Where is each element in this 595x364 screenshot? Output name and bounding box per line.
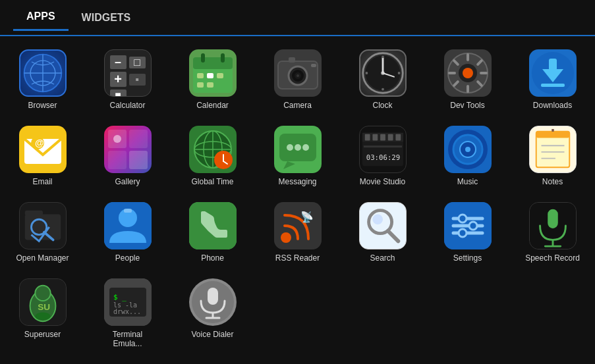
moviestudio-icon: 03:06:29 — [359, 126, 407, 173]
svg-rect-95 — [274, 202, 322, 249]
devtools-label: Dev Tools — [450, 101, 484, 110]
svg-rect-7 — [221, 53, 225, 63]
app-header: APPS WIDGETS — [0, 0, 595, 36]
svg-point-115 — [35, 286, 50, 301]
svg-rect-73 — [395, 134, 401, 141]
terminal-icon: $ _ ls -la drwx... — [104, 278, 152, 326]
app-settings[interactable]: Settings — [425, 195, 510, 272]
svg-point-107 — [459, 229, 467, 237]
svg-rect-9 — [207, 73, 213, 78]
phone-icon — [189, 202, 237, 249]
camera-label: Camera — [283, 101, 312, 110]
svg-rect-93 — [124, 209, 132, 213]
voicedialer-label: Voice Dialer — [191, 330, 233, 339]
svg-rect-11 — [197, 82, 204, 88]
settings-label: Settings — [453, 253, 482, 263]
svg-point-53 — [113, 135, 121, 143]
svg-rect-50 — [129, 130, 148, 148]
app-moviestudio[interactable]: 03:06:29 Movie Studio — [340, 119, 425, 195]
svg-rect-5 — [193, 57, 233, 69]
app-music[interactable]: Music — [425, 119, 510, 195]
calendar-icon — [189, 49, 237, 97]
svg-rect-74 — [363, 145, 401, 147]
app-email[interactable]: @ Email — [0, 119, 85, 195]
app-clock[interactable]: Clock — [340, 43, 425, 119]
svg-rect-71 — [380, 134, 385, 141]
svg-rect-34 — [467, 85, 469, 93]
svg-point-66 — [302, 144, 309, 151]
app-superuser[interactable]: SU Superuser — [0, 272, 85, 357]
app-search[interactable]: Search — [340, 195, 425, 272]
svg-marker-63 — [283, 161, 295, 169]
app-terminal[interactable]: $ _ ls -la drwx... Terminal Emula... — [85, 272, 170, 357]
tab-apps[interactable]: APPS — [13, 4, 69, 31]
svg-point-65 — [295, 144, 301, 151]
terminal-label: Terminal Emula... — [98, 330, 157, 348]
clock-label: Clock — [372, 101, 392, 110]
app-gallery[interactable]: Gallery — [85, 119, 170, 195]
app-globaltime[interactable]: Global Time — [170, 119, 255, 195]
search-icon — [359, 202, 407, 249]
rssreader-label: RSS Reader — [275, 253, 320, 263]
music-label: Music — [457, 177, 478, 186]
svg-rect-70 — [372, 134, 378, 141]
app-messaging[interactable]: Messaging — [255, 119, 340, 195]
notes-icon — [529, 126, 577, 173]
svg-point-96 — [281, 232, 291, 243]
tab-widgets[interactable]: WIDGETS — [69, 5, 144, 30]
svg-point-28 — [365, 72, 368, 74]
browser-icon — [19, 49, 67, 97]
svg-point-29 — [397, 72, 400, 74]
messaging-icon — [274, 126, 322, 173]
svg-text:SU: SU — [38, 302, 50, 312]
svg-rect-72 — [387, 134, 393, 141]
app-openmanager[interactable]: Open Manager — [0, 195, 85, 272]
svg-rect-44 — [541, 84, 565, 87]
globaltime-icon — [189, 126, 237, 173]
app-camera[interactable]: Camera — [255, 43, 340, 119]
app-notes[interactable]: Notes — [510, 119, 595, 195]
calendar-label: Calendar — [196, 101, 229, 110]
svg-rect-81 — [536, 132, 569, 138]
apps-grid: Browser – □ + ▪ ■ Calculator — [0, 36, 595, 364]
svg-point-18 — [297, 74, 299, 77]
svg-point-116 — [35, 313, 50, 321]
email-label: Email — [32, 177, 52, 186]
app-speechrecord[interactable]: Speech Record — [510, 195, 595, 272]
svg-rect-109 — [548, 209, 558, 228]
moviestudio-label: Movie Studio — [360, 177, 405, 186]
downloads-icon — [529, 49, 577, 97]
svg-point-32 — [463, 68, 473, 78]
app-people[interactable]: People — [85, 195, 170, 272]
svg-rect-124 — [208, 288, 218, 305]
openmanager-label: Open Manager — [16, 253, 69, 263]
calculator-icon: – □ + ▪ ■ — [104, 49, 152, 97]
svg-point-105 — [459, 215, 467, 222]
svg-rect-10 — [217, 73, 223, 78]
svg-rect-33 — [467, 53, 469, 61]
svg-point-79 — [465, 147, 470, 152]
svg-point-64 — [287, 144, 293, 151]
svg-rect-69 — [364, 134, 370, 141]
people-label: People — [115, 253, 140, 263]
svg-rect-36 — [480, 72, 488, 74]
app-browser[interactable]: Browser — [0, 43, 85, 119]
app-calculator[interactable]: – □ + ▪ ■ Calculator — [85, 43, 170, 119]
app-phone[interactable]: Phone — [170, 195, 255, 272]
browser-label: Browser — [28, 101, 57, 110]
app-voicedialer[interactable]: Voice Dialer — [170, 272, 255, 357]
music-icon — [444, 126, 492, 173]
svg-text:drwx...: drwx... — [113, 308, 141, 315]
app-calendar[interactable]: Calendar — [170, 43, 255, 119]
superuser-label: Superuser — [24, 330, 61, 339]
app-downloads[interactable]: Downloads — [510, 43, 595, 119]
app-devtools[interactable]: Dev Tools — [425, 43, 510, 119]
speechrecord-icon — [529, 202, 577, 249]
globaltime-label: Global Time — [191, 177, 233, 186]
svg-rect-88 — [24, 211, 42, 216]
openmanager-icon — [19, 202, 67, 249]
svg-rect-51 — [108, 151, 127, 169]
app-rssreader[interactable]: 📡 RSS Reader — [255, 195, 340, 272]
svg-rect-12 — [207, 82, 213, 88]
rssreader-icon: 📡 — [274, 202, 322, 249]
